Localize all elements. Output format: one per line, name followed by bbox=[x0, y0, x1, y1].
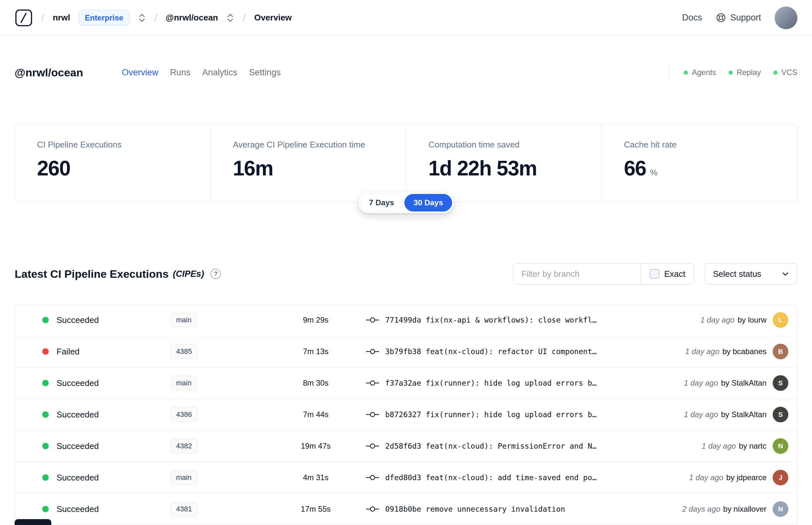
branch-badge[interactable]: main bbox=[170, 376, 198, 390]
commit-link[interactable]: dfed80d3 feat(nx-cloud): add time-saved … bbox=[385, 473, 597, 482]
app-logo-icon[interactable] bbox=[15, 9, 33, 27]
avatar[interactable]: B bbox=[773, 344, 788, 359]
avatar[interactable]: L bbox=[773, 312, 788, 328]
indicator-label: Replay bbox=[737, 68, 761, 77]
commit-message: fix(nx-api & workflows): close workfl… bbox=[426, 316, 597, 324]
avatar[interactable]: S bbox=[773, 375, 788, 391]
status-select-dropdown[interactable]: Select status bbox=[705, 263, 797, 285]
table-row[interactable]: Failed 4385 7m 13s 3b79fb38 feat(nx-clou… bbox=[15, 336, 797, 368]
run-status-dot-icon bbox=[42, 411, 49, 418]
exact-match-toggle[interactable]: Exact bbox=[641, 264, 694, 284]
commit-hash: f37a32ae bbox=[385, 379, 421, 387]
help-widget[interactable] bbox=[15, 519, 51, 525]
tab-runs[interactable]: Runs bbox=[170, 68, 191, 78]
docs-link[interactable]: Docs bbox=[682, 13, 702, 23]
indicator-agents[interactable]: Agents bbox=[684, 68, 716, 77]
run-timestamp: 1 day ago bbox=[684, 378, 718, 388]
run-duration: 9m 29s bbox=[284, 315, 348, 325]
indicator-replay[interactable]: Replay bbox=[729, 68, 761, 77]
run-timestamp: 1 day ago bbox=[702, 441, 736, 451]
run-author: by nixallover bbox=[723, 505, 767, 514]
breadcrumb-org[interactable]: nrwl bbox=[52, 13, 70, 23]
avatar[interactable]: N bbox=[773, 501, 788, 517]
commit-hash: 3b79fb38 bbox=[385, 347, 421, 356]
run-author: by lourw bbox=[738, 315, 767, 325]
stat-value: 16m bbox=[233, 156, 273, 180]
support-link[interactable]: Support bbox=[716, 12, 761, 23]
run-timestamp: 1 day ago bbox=[689, 473, 723, 482]
tab-overview[interactable]: Overview bbox=[122, 68, 158, 78]
stat-label: Computation time saved bbox=[428, 140, 601, 150]
exact-label: Exact bbox=[664, 269, 685, 279]
run-timestamp: 1 day ago bbox=[684, 410, 718, 419]
indicator-vcs[interactable]: VCS bbox=[773, 68, 797, 77]
tab-analytics[interactable]: Analytics bbox=[202, 68, 238, 78]
range-7-days-button[interactable]: 7 Days bbox=[360, 194, 403, 211]
table-row[interactable]: Succeeded main 8m 30s f37a32ae fix(runne… bbox=[15, 368, 797, 399]
table-row[interactable]: Succeeded 4386 7m 44s b8726327 fix(runne… bbox=[15, 399, 797, 431]
org-switcher-icon[interactable] bbox=[138, 13, 146, 23]
commit-message: feat(nx-cloud): refactor UI component… bbox=[426, 347, 597, 356]
table-row[interactable]: Succeeded 4382 19m 47s 2d58f6d3 feat(nx-… bbox=[15, 431, 797, 462]
run-status-dot-icon bbox=[42, 506, 49, 512]
run-status-dot-icon bbox=[42, 474, 49, 481]
table-row[interactable]: Succeeded main 9m 29s 771499da fix(nx-ap… bbox=[15, 304, 797, 336]
avatar[interactable]: J bbox=[773, 470, 788, 485]
run-author: by nartc bbox=[739, 441, 767, 451]
commit-message: feat(nx-cloud): PermissionError and N… bbox=[426, 442, 597, 450]
run-status-label: Succeeded bbox=[57, 473, 99, 483]
git-commit-icon bbox=[366, 442, 379, 450]
indicator-label: VCS bbox=[781, 68, 797, 77]
commit-link[interactable]: 0918b0be remove unnecessary invalidation bbox=[385, 505, 565, 513]
git-commit-icon bbox=[366, 347, 379, 356]
stat-value: 1d 22h 53m bbox=[428, 156, 537, 180]
stat-card-cache-hit: Cache hit rate 66% bbox=[601, 125, 797, 202]
commit-link[interactable]: b8726327 fix(runner): hide log upload er… bbox=[385, 410, 597, 419]
commit-link[interactable]: 3b79fb38 feat(nx-cloud): refactor UI com… bbox=[385, 347, 597, 356]
branch-badge[interactable]: main bbox=[170, 470, 198, 485]
cipes-section-header: Latest CI Pipeline Executions (CIPEs) ? … bbox=[15, 262, 797, 286]
commit-link[interactable]: f37a32ae fix(runner): hide log upload er… bbox=[385, 379, 597, 387]
commit-hash: 0918b0be bbox=[385, 505, 421, 513]
help-icon[interactable]: ? bbox=[211, 269, 221, 279]
branch-badge[interactable]: main bbox=[170, 313, 198, 327]
run-status-label: Succeeded bbox=[57, 378, 99, 388]
feature-indicators: Agents Replay VCS bbox=[684, 68, 797, 77]
table-row[interactable]: Succeeded 4381 17m 55s 0918b0be remove u… bbox=[15, 494, 797, 525]
branch-badge[interactable]: 4385 bbox=[170, 344, 198, 359]
run-status-label: Succeeded bbox=[57, 410, 99, 420]
top-navbar: / nrwl Enterprise / @nrwl/ocean / Overvi… bbox=[0, 0, 812, 36]
commit-hash: b8726327 bbox=[385, 410, 421, 419]
stat-label: CI Pipeline Executions bbox=[37, 140, 211, 150]
indicator-label: Agents bbox=[692, 68, 716, 77]
git-commit-icon bbox=[366, 379, 379, 387]
user-avatar[interactable] bbox=[775, 6, 797, 29]
run-duration: 8m 30s bbox=[284, 378, 348, 388]
avatar[interactable]: N bbox=[773, 438, 788, 454]
branch-badge[interactable]: 4382 bbox=[170, 439, 198, 453]
stat-value: 66 bbox=[624, 156, 646, 180]
support-label: Support bbox=[730, 13, 761, 23]
run-timestamp: 1 day ago bbox=[685, 347, 719, 356]
commit-link[interactable]: 771499da fix(nx-api & workflows): close … bbox=[385, 316, 597, 324]
workspace-switcher-icon[interactable] bbox=[226, 13, 234, 23]
git-commit-icon bbox=[366, 316, 379, 324]
avatar[interactable]: S bbox=[773, 407, 788, 422]
exact-checkbox[interactable] bbox=[649, 269, 659, 279]
section-title: Latest CI Pipeline Executions bbox=[15, 268, 169, 280]
tab-settings[interactable]: Settings bbox=[249, 68, 281, 78]
status-dot-icon bbox=[729, 71, 733, 75]
table-row[interactable]: Succeeded main 4m 31s dfed80d3 feat(nx-c… bbox=[15, 462, 797, 494]
breadcrumb-workspace[interactable]: @nrwl/ocean bbox=[166, 13, 218, 23]
run-duration: 7m 44s bbox=[284, 410, 348, 419]
branch-badge[interactable]: 4381 bbox=[170, 502, 198, 516]
stat-suffix: % bbox=[650, 168, 657, 178]
run-status-dot-icon bbox=[42, 317, 49, 323]
commit-link[interactable]: 2d58f6d3 feat(nx-cloud): PermissionError… bbox=[385, 442, 597, 450]
range-30-days-button[interactable]: 30 Days bbox=[404, 194, 452, 211]
page-title: @nrwl/ocean bbox=[15, 66, 122, 79]
branch-badge[interactable]: 4386 bbox=[170, 407, 198, 422]
stat-label: Cache hit rate bbox=[624, 140, 797, 150]
branch-filter-input[interactable] bbox=[514, 264, 641, 284]
run-status-label: Succeeded bbox=[57, 315, 99, 325]
